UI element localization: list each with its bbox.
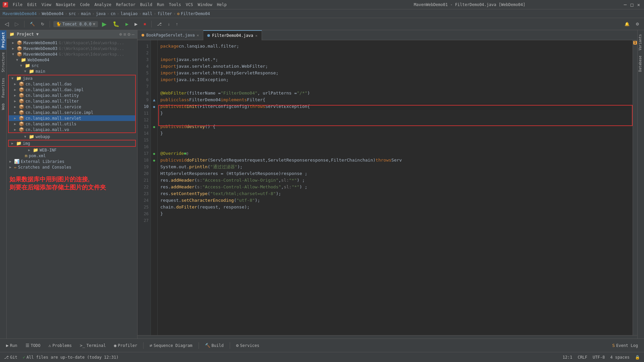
breadcrumb-mall[interactable]: mall (143, 11, 152, 16)
code-line-23: res.setContentType("text/html;charset=ut… (160, 190, 630, 197)
code-content[interactable]: package cn.lanqiao.mall.filter; import j… (158, 40, 633, 335)
breadcrumb-lanqiao[interactable]: lanqiao (121, 11, 138, 16)
close-btn[interactable]: ✕ (636, 2, 641, 7)
breadcrumb-file[interactable]: FilterDemo04 (181, 11, 210, 16)
build-btn[interactable]: 🔨 (28, 20, 37, 28)
bottom-tab-seqdiagram[interactable]: ⇄ Sequence Diagram (146, 342, 196, 349)
menu-edit[interactable]: Edit (25, 2, 39, 8)
sidebar-label-favorites[interactable]: Favorites (0, 75, 6, 101)
collapse-icon[interactable]: ≡ (123, 32, 126, 37)
hide-icon[interactable]: — (132, 32, 135, 37)
folder-icon-java: 📁 (16, 76, 21, 81)
tree-item-mvn04[interactable]: ▼ 📦 MavenWebDemo04 G:\Workspace\Idea\wor… (7, 51, 137, 57)
tree-item-external[interactable]: ▶ 📊 External Libraries (7, 159, 137, 164)
bottom-tab-terminal[interactable]: >_ Terminal (76, 342, 109, 349)
tree-item-mvn01[interactable]: ▶ 📦 MavenWebDemo01 G:\Workspace\Idea\wor… (7, 40, 137, 46)
tab-filterdemo[interactable]: FilterDemo04.java ✕ (203, 30, 262, 40)
tree-item-dao[interactable]: ▶ 📦 cn.lanqiao.mall.dao (9, 81, 135, 87)
forward-btn[interactable]: ▷ (13, 19, 21, 28)
menu-view[interactable]: View (40, 2, 53, 8)
run-button[interactable]: ▶ (100, 19, 109, 29)
tree-item-entity[interactable]: ▶ 📦 cn.lanqiao.mall.entity (9, 93, 135, 98)
tree-item-webapp[interactable]: ▼ 📁 webapp (7, 134, 137, 139)
tree-item-src[interactable]: ▼ 📁 src (7, 63, 137, 68)
sidebar-label-web[interactable]: Web (0, 101, 6, 113)
bottom-tab-services[interactable]: ⚙ Services (233, 342, 263, 349)
settings-btn[interactable]: ⚙ (634, 20, 641, 28)
sidebar-label-database[interactable]: Database (638, 53, 644, 74)
tree-item-webinf[interactable]: ▶ 📁 WEB-INF (7, 147, 137, 153)
bottom-tab-todo[interactable]: ☰ TODO (22, 342, 44, 349)
tree-item-java[interactable]: ▼ 📁 java (9, 75, 135, 81)
sidebar-label-variants[interactable]: Variants (638, 32, 644, 53)
menu-help[interactable]: Help (215, 2, 229, 8)
tree-item-webdemo04[interactable]: ▼ 📁 WebDemo04 (7, 57, 137, 63)
tree-item-scratches[interactable]: ▶ ✏ Scratches and Consoles (7, 164, 137, 170)
tree-item-utils[interactable]: ▶ 📦 cn.lanqiao.mall.utils (9, 121, 135, 127)
vcs-push-btn[interactable]: ↑ (174, 20, 180, 28)
bottom-tab-run[interactable]: ▶ Run (3, 342, 21, 349)
bottom-event-log[interactable]: S Event Log (609, 342, 641, 349)
bottom-tab-problems[interactable]: ⚠ Problems (45, 342, 75, 349)
settings-icon[interactable]: ⚙ (127, 32, 130, 37)
notification-btn[interactable]: 🔔 (623, 20, 632, 28)
vcs-update-btn[interactable]: ↓ (166, 20, 172, 28)
tree-item-service[interactable]: ▶ 📦 cn.lanqiao.mall.service (9, 104, 135, 110)
horizontal-scrollbar[interactable] (138, 335, 637, 339)
git-status[interactable]: ⎇ Git (4, 355, 17, 360)
git-btn[interactable]: ⎇ (155, 20, 164, 28)
menu-tools[interactable]: Tools (167, 2, 183, 8)
breadcrumb-filter[interactable]: filter (158, 11, 172, 16)
menu-refactor[interactable]: Refactor (114, 2, 138, 8)
tab-close-bookpage[interactable]: ✕ (197, 33, 199, 38)
sidebar-label-structure[interactable]: Structure (0, 50, 6, 75)
tree-item-img[interactable]: ▶ 📁 img (9, 140, 135, 146)
breadcrumb-mvn04[interactable]: MavenWebDemo04 (3, 11, 37, 16)
menu-build[interactable]: Build (138, 2, 154, 8)
tree-item-vo[interactable]: ▶ 📦 cn.lanqiao.mall.vo (9, 127, 135, 132)
label-scratches: Scratches and Consoles (18, 165, 71, 170)
breadcrumb-src[interactable]: src (69, 11, 76, 16)
menu-navigate[interactable]: Navigate (54, 2, 77, 8)
menu-code[interactable]: Code (78, 2, 92, 8)
tab-bookpage[interactable]: BookPageServlet.java ✕ (138, 30, 203, 40)
menu-file[interactable]: File (11, 2, 24, 8)
profiler-icon: ◉ (114, 343, 117, 348)
minimize-btn[interactable]: ─ (623, 2, 628, 7)
bottom-tab-profiler[interactable]: ◉ Profiler (111, 342, 141, 349)
menu-window[interactable]: Window (196, 2, 214, 8)
debug-button[interactable]: 🐛 (111, 19, 121, 28)
breadcrumb-webdemo04[interactable]: WebDemo04 (42, 11, 63, 16)
tree-item-service-impl[interactable]: ▶ 📦 cn.lanqiao.mall.service.impl (9, 110, 135, 115)
position-display[interactable]: 12:1 (562, 355, 572, 360)
run-config-display[interactable]: 🐈 Tomcat 8.0.0 ▼ (53, 21, 98, 27)
profile-btn[interactable]: ▶ (132, 20, 140, 28)
menu-analyze[interactable]: Analyze (92, 2, 113, 8)
tree-item-pom[interactable]: ▶ m pom.xml (7, 153, 137, 159)
line-sep-display[interactable]: CRLF (578, 355, 587, 360)
breadcrumb-java[interactable]: java (96, 11, 106, 16)
menu-run[interactable]: Run (155, 2, 166, 8)
lock-display[interactable]: 🔒 (635, 355, 640, 360)
bottom-tab-build[interactable]: 🔨 Build (202, 342, 227, 349)
maximize-btn[interactable]: □ (629, 2, 635, 7)
locate-icon[interactable]: ⊕ (119, 32, 122, 37)
code-line-25: chain.doFilter(request, response); (160, 204, 630, 210)
tree-item-servlet[interactable]: ▶ 📦 cn.lanqiao.mall.servlet (9, 115, 135, 121)
tree-item-filter[interactable]: ▶ 📦 cn.lanqiao.mall.filter (9, 98, 135, 104)
encoding-display[interactable]: UTF-8 (593, 355, 605, 360)
menu-vcs[interactable]: VCS (184, 2, 195, 8)
indent-display[interactable]: 4 spaces (610, 355, 630, 360)
tab-close-filterdemo[interactable]: ✕ (255, 34, 258, 38)
tree-item-mvn03[interactable]: ▶ 📦 MavenWebDemo03 G:\Workspace\Idea\wor… (7, 46, 137, 51)
sidebar-label-project[interactable]: Project (0, 30, 6, 50)
breadcrumb-cn[interactable]: cn (111, 11, 115, 16)
tree-item-dao-impl[interactable]: ▶ 📦 cn.lanqiao.mall.dao.impl (9, 87, 135, 93)
coverage-btn[interactable]: ▶ (123, 20, 130, 28)
tree-item-main[interactable]: ▼ 📁 main (7, 68, 137, 74)
breadcrumb-main[interactable]: main (81, 11, 91, 16)
arrow-webapp: ▼ (24, 135, 28, 138)
sync-btn[interactable]: ↻ (39, 20, 46, 28)
back-btn[interactable]: ◁ (3, 19, 11, 28)
stop-btn[interactable]: ■ (142, 20, 148, 28)
